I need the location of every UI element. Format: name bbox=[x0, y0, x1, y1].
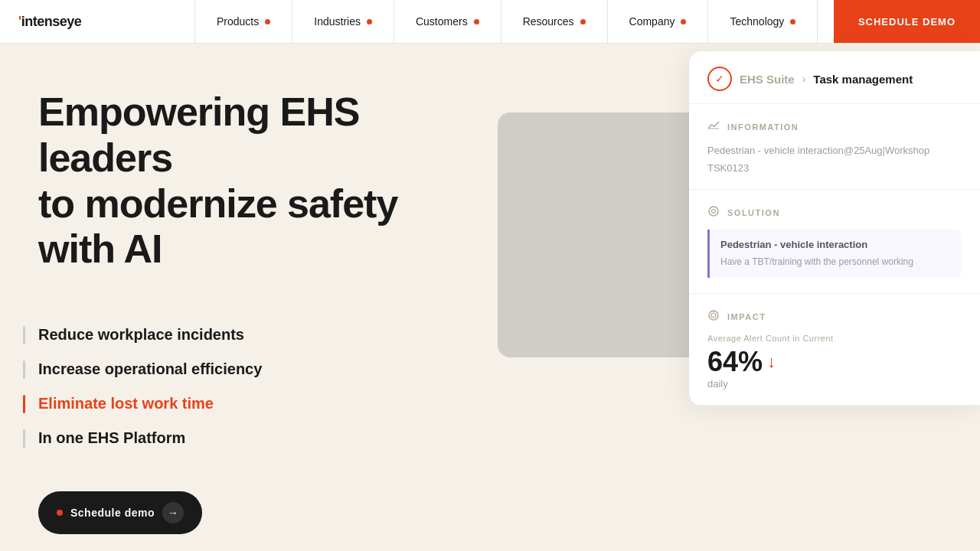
svg-point-3 bbox=[711, 313, 716, 318]
nav-dot-technology bbox=[790, 19, 795, 24]
solution-card-desc: Have a TBT/training with the personnel w… bbox=[720, 255, 951, 269]
bullet-list: Reduce workplace incidents Increase oper… bbox=[38, 318, 459, 455]
impact-period: daily bbox=[707, 378, 962, 390]
hero-cta-button[interactable]: Schedule demo → bbox=[38, 491, 202, 534]
svg-point-0 bbox=[709, 207, 718, 216]
nav-item-company[interactable]: Company bbox=[608, 0, 709, 43]
nav-dot-industries bbox=[367, 19, 372, 24]
nav-item-resources[interactable]: Resources bbox=[501, 0, 608, 43]
nav-items: Products Industries Customers Resources … bbox=[195, 0, 834, 43]
incident-text: Pedestrian - vehicle interaction@25Aug|W… bbox=[707, 144, 962, 158]
information-label: INFORMATION bbox=[707, 119, 962, 135]
information-title: INFORMATION bbox=[727, 122, 799, 132]
nav-item-products[interactable]: Products bbox=[195, 0, 292, 43]
arrow-icon: → bbox=[162, 502, 184, 523]
impact-title: IMPACT bbox=[727, 312, 766, 321]
bullet-reduce: Reduce workplace incidents bbox=[38, 318, 459, 351]
nav-item-technology[interactable]: Technology bbox=[708, 0, 818, 43]
solution-section: SOLUTION Pedestrian - vehicle interactio… bbox=[689, 190, 980, 294]
impact-percentage: 64% ↓ bbox=[707, 346, 962, 378]
nav-dot-resources bbox=[580, 19, 586, 24]
nav-label-industries: Industries bbox=[314, 15, 361, 28]
task-id: TSK0123 bbox=[707, 162, 962, 174]
ehs-panel: ✓ EHS Suite › Task management INFORMATIO… bbox=[689, 51, 980, 406]
logo-text: 'intenseye bbox=[18, 14, 81, 30]
schedule-demo-button[interactable]: SCHEDULE DEMO bbox=[834, 0, 980, 43]
nav-label-customers: Customers bbox=[416, 15, 468, 28]
hero-title: Empowering EHS leaders to modernize safe… bbox=[38, 90, 459, 272]
solution-icon bbox=[707, 205, 720, 220]
breadcrumb-page: Task management bbox=[813, 73, 913, 86]
bullet-efficiency: Increase operational efficiency bbox=[38, 353, 459, 386]
nav-label-technology: Technology bbox=[730, 15, 784, 28]
information-section: INFORMATION Pedestrian - vehicle interac… bbox=[689, 104, 980, 190]
nav-label-products: Products bbox=[217, 15, 259, 28]
btn-dot-icon bbox=[57, 510, 63, 516]
nav-dot-company bbox=[681, 19, 686, 24]
down-arrow-icon: ↓ bbox=[767, 352, 776, 372]
nav-dot-products bbox=[265, 19, 270, 24]
left-panel: Empowering EHS leaders to modernize safe… bbox=[0, 44, 459, 551]
bullet-platform: In one EHS Platform bbox=[38, 422, 459, 455]
nav-dot-customers bbox=[474, 19, 479, 24]
solution-card: Pedestrian - vehicle interaction Have a … bbox=[707, 230, 962, 278]
nav-label-company: Company bbox=[629, 15, 675, 28]
nav-label-resources: Resources bbox=[523, 15, 574, 28]
ehs-breadcrumb: ✓ EHS Suite › Task management bbox=[689, 51, 980, 104]
nav-item-industries[interactable]: Industries bbox=[292, 0, 394, 43]
check-icon: ✓ bbox=[707, 67, 732, 91]
impact-icon bbox=[707, 309, 720, 324]
chart-icon bbox=[707, 119, 720, 135]
nav-item-customers[interactable]: Customers bbox=[394, 0, 501, 43]
solution-title-label: SOLUTION bbox=[727, 208, 780, 217]
impact-section: IMPACT Average Alert Count in Current 64… bbox=[689, 294, 980, 406]
right-panel: ✓ EHS Suite › Task management INFORMATIO… bbox=[459, 44, 980, 551]
impact-label: IMPACT bbox=[707, 309, 962, 324]
solution-card-title: Pedestrian - vehicle interaction bbox=[720, 239, 951, 250]
impact-sublabel: Average Alert Count in Current bbox=[707, 334, 962, 343]
logo[interactable]: 'intenseye bbox=[0, 0, 195, 43]
navbar: 'intenseye Products Industries Customers… bbox=[0, 0, 980, 44]
solution-label: SOLUTION bbox=[707, 205, 962, 220]
breadcrumb-suite: EHS Suite bbox=[740, 73, 795, 86]
main-content: Empowering EHS leaders to modernize safe… bbox=[0, 44, 980, 551]
breadcrumb-arrow-icon: › bbox=[802, 73, 806, 85]
svg-point-1 bbox=[712, 210, 716, 214]
bullet-lost-time: Eliminate lost work time bbox=[38, 387, 459, 420]
